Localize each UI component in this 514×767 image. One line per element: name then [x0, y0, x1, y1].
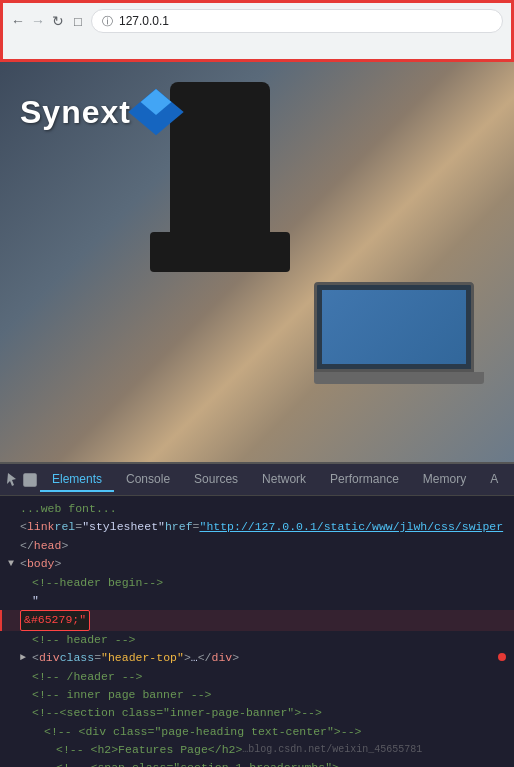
code-line: <!--<section class="inner-page-banner">-… — [0, 704, 514, 722]
back-button[interactable]: ← — [11, 14, 25, 28]
refresh-button[interactable]: ↻ — [51, 14, 65, 28]
code-line: </head> — [0, 537, 514, 555]
code-line: <link rel="stylesheet" href="http://127.… — [0, 518, 514, 536]
code-line: " — [0, 592, 514, 610]
code-line: ► <div class="header-top" >…</div> — [0, 649, 514, 667]
code-line-highlighted: &#65279;" — [0, 610, 514, 630]
devtools-tabs: Elements Console Sources Network Perform… — [0, 464, 514, 496]
laptop-decoration — [314, 282, 494, 402]
devtools-code-area[interactable]: ...web font... <link rel="stylesheet" hr… — [0, 496, 514, 767]
code-line: <!-- <span class="section_1 breadcrumbs"… — [0, 759, 514, 767]
hero-background: Synext — [0, 62, 514, 462]
tab-console[interactable]: Console — [114, 468, 182, 492]
code-line: ▼ <body> — [0, 555, 514, 573]
code-line: ...web font... — [0, 500, 514, 518]
browser-chrome: ← → ↻ □ ⓘ 127.0.0.1 — [0, 0, 514, 62]
site-logo-text: Synext — [20, 94, 131, 131]
browser-toolbar: ← → ↻ □ ⓘ 127.0.0.1 — [3, 3, 511, 39]
devtools-panel: Elements Console Sources Network Perform… — [0, 462, 514, 767]
url-text: 127.0.0.1 — [119, 14, 169, 28]
forward-button[interactable]: → — [31, 14, 45, 28]
tab-performance[interactable]: Performance — [318, 468, 411, 492]
code-line: <!-- <div class="page-heading text-cente… — [0, 723, 514, 741]
code-line: <!-- <h2>Features Page</h2> …blog.csdn.n… — [0, 741, 514, 759]
info-icon: ⓘ — [102, 14, 113, 29]
code-line: <!-- header --> — [0, 631, 514, 649]
webpage-preview: Synext — [0, 62, 514, 462]
site-header: Synext — [0, 72, 514, 152]
code-line: <!-- inner page banner --> — [0, 686, 514, 704]
tab-sources[interactable]: Sources — [182, 468, 250, 492]
tab-more[interactable]: A — [478, 468, 510, 492]
tab-elements[interactable]: Elements — [40, 468, 114, 492]
home-button[interactable]: □ — [71, 14, 85, 28]
logo-diamond-icon — [136, 92, 176, 132]
svg-rect-0 — [24, 474, 36, 486]
tab-memory[interactable]: Memory — [411, 468, 478, 492]
code-line: <!--header begin--> — [0, 574, 514, 592]
tab-network[interactable]: Network — [250, 468, 318, 492]
code-line: <!-- /header --> — [0, 668, 514, 686]
red-indicator — [498, 653, 506, 661]
inspect-icon[interactable] — [22, 466, 38, 494]
address-bar[interactable]: ⓘ 127.0.0.1 — [91, 9, 503, 33]
special-char-badge: &#65279;" — [20, 610, 90, 630]
cursor-icon[interactable] — [4, 466, 20, 494]
